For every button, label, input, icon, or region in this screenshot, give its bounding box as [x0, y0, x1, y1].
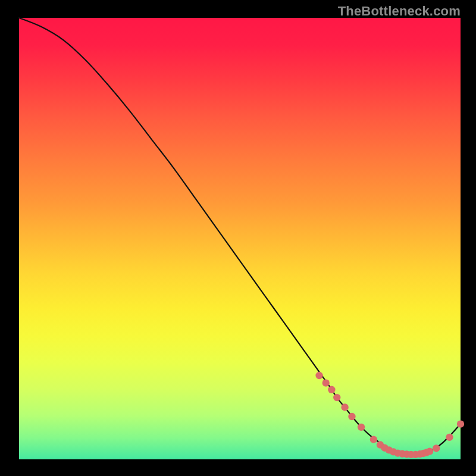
curve-layer	[19, 18, 461, 459]
chart-frame: TheBottleneck.com	[0, 0, 476, 476]
data-marker	[328, 386, 335, 393]
data-marker	[370, 436, 377, 443]
data-marker	[446, 434, 453, 441]
data-marker	[457, 420, 464, 427]
bottleneck-curve	[19, 18, 461, 455]
data-marker	[433, 444, 440, 452]
plot-area	[19, 18, 461, 459]
marker-group	[315, 372, 464, 458]
watermark-text: TheBottleneck.com	[338, 4, 461, 19]
data-marker	[322, 379, 329, 386]
data-marker	[426, 447, 433, 455]
data-marker	[358, 424, 365, 431]
data-marker	[315, 372, 322, 379]
data-marker	[333, 394, 340, 401]
data-marker	[348, 413, 355, 420]
data-marker	[341, 403, 348, 411]
